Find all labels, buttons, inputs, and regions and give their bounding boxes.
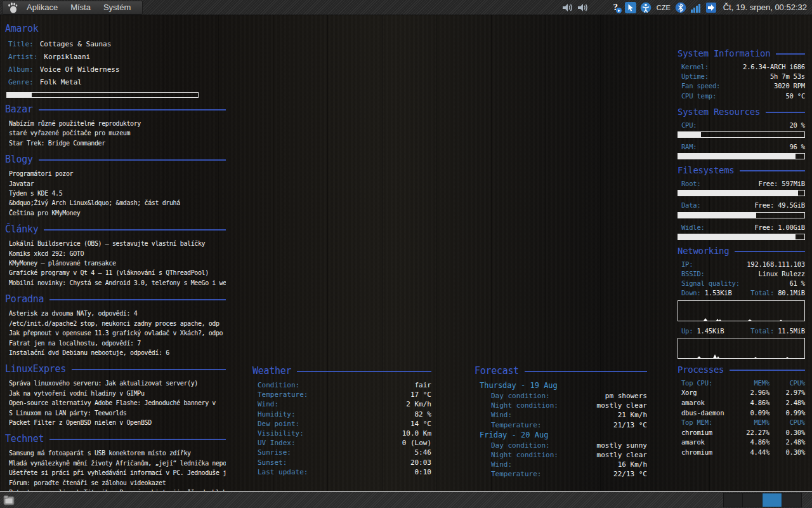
amarok-row: Artist: Korpiklaani xyxy=(5,51,226,64)
process-row: amarok 4.86% 2.48% xyxy=(678,438,805,448)
fs-usage-bar xyxy=(678,190,805,196)
feed-item: Samsung má fotoaparát s USB konektorem m… xyxy=(5,448,226,458)
clock[interactable]: Čt, 19. srpen, 00:52:32 xyxy=(721,3,809,12)
weather-label: Temperature: xyxy=(258,390,308,399)
workspace-cell[interactable] xyxy=(763,493,782,507)
weather-value: 0:10 xyxy=(415,467,432,477)
down-total-label: Total: xyxy=(750,289,774,297)
weather-header-text: Weather xyxy=(252,365,291,377)
feed-item: Star Trek: Bridge Commander xyxy=(5,138,226,148)
menu-places[interactable]: Místa xyxy=(65,3,96,12)
process-cpu: 2.48% xyxy=(769,438,805,448)
feed-header-text: Poradna xyxy=(5,293,44,305)
forecast-row: Temperature:21/13 °C xyxy=(475,420,647,430)
process-name: chromium xyxy=(681,448,734,458)
process-cpu: 2.48% xyxy=(769,398,805,408)
net-label: Signal quality: xyxy=(681,279,740,288)
feed-item: Fórum: poraďte čtenáři se zálohou videok… xyxy=(5,478,226,488)
process-name: amarok xyxy=(681,398,734,408)
cpu-value: 20 % xyxy=(790,121,806,130)
bluetooth-icon[interactable] xyxy=(675,1,687,13)
process-row: Xorg 2.96% 2.97% xyxy=(678,388,805,398)
pointer-tool-icon[interactable] xyxy=(625,1,637,13)
feed-section-poradna: Poradna Asterisk za dvouma NATy, odpověd… xyxy=(5,293,226,358)
sysinfo-label: Fan speed: xyxy=(681,81,720,91)
processes-widget: Processes Top CPU: MEM% CPU% Xorg 2.96% … xyxy=(678,364,805,458)
cpu-usage-fill xyxy=(678,132,701,137)
amarok-row: Title: Cottages & Saunas xyxy=(5,38,226,51)
amarok-widget: Amarok Title: Cottages & Saunas Artist: … xyxy=(5,23,226,98)
sysinfo-value: 3020 RPM xyxy=(774,81,805,91)
help-icon[interactable]: ? xyxy=(610,1,622,13)
download-rate: Down: 1.53KiB xyxy=(681,288,732,298)
net-value: Linux Rulezz xyxy=(759,269,805,279)
amarok-row: Genre: Folk Metal xyxy=(5,76,226,89)
feed-item: Nabízím různé použitelné reproduktory xyxy=(5,119,226,128)
sysinfo-row: Uptime:5h 7m 53s xyxy=(678,72,805,81)
forecast-day-date: Friday - 20 Aug xyxy=(475,430,647,441)
sysinfo-value: 50 °C xyxy=(785,91,805,101)
system-information-widget: System Information Kernel:2.6.34-ARCH i6… xyxy=(678,48,805,101)
gnome-foot-icon[interactable] xyxy=(6,1,19,14)
header-rule xyxy=(730,370,805,371)
cpu-label: CPU: xyxy=(681,121,697,130)
up-total-label: Total: xyxy=(750,327,774,335)
upload-total: Total: 11.5MiB xyxy=(750,326,805,336)
net-row: IP:192.168.111.103 xyxy=(678,260,805,269)
feed-item: Ušetřete si práci při vyhledávání inform… xyxy=(5,468,226,478)
sysinfo-label: Kernel: xyxy=(681,62,709,72)
top-mem-label: Top MEM: xyxy=(681,418,734,428)
main-menu: Aplikace Místa Systém xyxy=(2,1,143,15)
forecast-row: Night condition:mostly clear xyxy=(475,450,647,460)
system-resources-header: System Resources xyxy=(678,107,805,117)
weather-row: Humidity:82 % xyxy=(252,410,431,419)
workspace-cell[interactable] xyxy=(723,493,743,507)
header-rule xyxy=(735,251,805,252)
feed-item: Programátori pozor xyxy=(5,169,226,178)
upload-graph xyxy=(678,338,805,359)
song-progress-fill xyxy=(7,93,32,97)
volume-icon[interactable] xyxy=(562,1,574,13)
fs-row: Root:Free: 597MiB xyxy=(678,179,805,189)
amarok-row-label: Genre: xyxy=(8,76,34,89)
accessibility-icon[interactable] xyxy=(640,1,652,13)
system-information-header: System Information xyxy=(678,48,805,58)
signal-strength-icon[interactable] xyxy=(690,1,702,13)
feed-item: /etc/init.d/apache2 stop, neukonci zadny… xyxy=(5,319,226,328)
amarok-row-value: Voice Of Wilderness xyxy=(40,64,120,76)
process-row: amarok 4.86% 2.48% xyxy=(678,398,805,408)
forecast-header-text: Forecast xyxy=(475,365,519,377)
process-row: dbus-daemon 0.09% 0.99% xyxy=(678,408,805,418)
forecast-label: Wind: xyxy=(491,460,512,469)
keyboard-layout-indicator[interactable]: CZE xyxy=(655,4,672,11)
ram-usage-bar xyxy=(678,153,805,159)
header-rule xyxy=(49,439,226,440)
menu-applications[interactable]: Aplikace xyxy=(22,3,63,12)
weather-row: Condition:fair xyxy=(252,380,431,390)
volume-icon[interactable] xyxy=(577,1,589,13)
up-rate-value: 1.45KiB xyxy=(697,327,724,335)
forecast-widget: Forecast Thursday - 19 Aug Day condition… xyxy=(475,365,647,479)
fs-usage-fill xyxy=(678,213,756,218)
weather-widget: Weather Condition:fair Temperature:17 °C… xyxy=(252,365,431,477)
weather-value: 10.0 Km xyxy=(402,429,431,438)
show-desktop-button[interactable] xyxy=(1,493,16,507)
menu-system[interactable]: Systém xyxy=(98,3,136,12)
system-resources-widget: System Resources CPU:20 % RAM:96 % xyxy=(678,107,805,159)
process-mem: 22.27% xyxy=(734,428,769,438)
workspace-cell[interactable] xyxy=(743,493,763,507)
weather-label: UV Index: xyxy=(258,438,296,448)
header-rule xyxy=(766,112,805,113)
feed-item: Javatar xyxy=(5,179,226,189)
section-header-text: System Resources xyxy=(678,107,760,117)
feed-item: Čeština pro KMyMoney xyxy=(5,208,226,218)
workspace-cell[interactable] xyxy=(782,493,802,507)
sysinfo-value: 2.6.34-ARCH i686 xyxy=(743,62,805,72)
fs-usage-fill xyxy=(678,234,796,239)
forecast-day-date: Thursday - 19 Aug xyxy=(475,380,647,391)
network-icon[interactable] xyxy=(705,1,717,13)
fs-usage-bar xyxy=(678,212,805,218)
forecast-label: Temperature: xyxy=(491,469,541,479)
header-rule xyxy=(39,159,226,161)
filesystems-widget: Filesystems Root:Free: 597MiB Data:Free:… xyxy=(678,165,805,240)
